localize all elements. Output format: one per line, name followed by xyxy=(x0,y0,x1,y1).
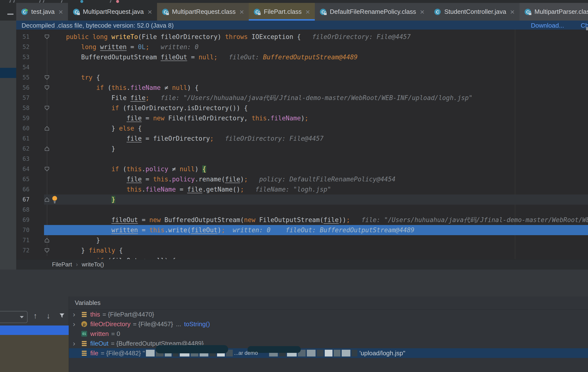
close-icon[interactable]: × xyxy=(305,8,310,16)
code-line-59[interactable]: 59 file = new File(fileOrDirectory, this… xyxy=(16,113,588,123)
code-text: if (this.fileName ≠ null) { xyxy=(51,83,199,93)
expand-chevron-icon[interactable]: › xyxy=(73,310,81,318)
close-icon[interactable]: × xyxy=(420,8,425,16)
breakpoint-dot-icon xyxy=(116,0,119,3)
tostring-link[interactable]: toString() xyxy=(184,320,210,328)
close-icon[interactable]: × xyxy=(59,8,63,16)
tab-multipartrequest-java[interactable]: CMultipartRequest.java× xyxy=(68,3,157,21)
tab-defaultfilerenamepolicy-class[interactable]: CDefaultFileRenamePolicy.class× xyxy=(315,3,429,21)
code-line-61[interactable]: 61 file = fileOrDirectory; fileOrDirecto… xyxy=(16,133,588,144)
code-line-51[interactable]: 51 public long writeTo(File fileOrDirect… xyxy=(16,32,588,42)
code-text: if (fileOut ≠ null) { xyxy=(51,255,176,259)
fold-start-icon[interactable] xyxy=(44,166,50,172)
code-text: written = this.write(fileOut); written: … xyxy=(51,225,414,235)
variable-name: fileOrDirectory xyxy=(90,320,130,328)
java-class-locked-icon: C xyxy=(320,8,327,15)
close-icon[interactable]: × xyxy=(240,8,244,16)
filter-funnel-icon[interactable] xyxy=(59,312,65,319)
toolbar-tick-icon xyxy=(42,0,44,3)
code-text: if (this.policy ≠ null) { xyxy=(51,164,206,174)
tab-studentcontroller-java[interactable]: CStudentController.java× xyxy=(429,3,520,21)
line-number: 62 xyxy=(16,144,30,154)
ellipsis: ... xyxy=(176,320,181,328)
tab-multipartparser-class[interactable]: CMultipartParser.class× xyxy=(520,3,588,21)
project-selection-marker xyxy=(0,68,16,78)
java-class-locked-icon: C xyxy=(73,8,80,15)
close-icon[interactable]: × xyxy=(510,8,515,16)
expand-chevron-icon[interactable]: › xyxy=(73,339,81,348)
expand-chevron-icon[interactable]: › xyxy=(73,320,81,328)
code-line-67[interactable]: 67 } xyxy=(16,195,588,205)
arrow-up-icon[interactable]: ↑ xyxy=(33,311,37,320)
code-line-70[interactable]: 70 written = this.write(fileOut); writte… xyxy=(16,225,588,235)
code-line-60[interactable]: 60 } else { xyxy=(16,123,588,133)
breadcrumb-method[interactable]: writeTo() xyxy=(82,261,104,268)
variable-row-this[interactable]: ›this= {FilePart@4470} xyxy=(69,309,588,319)
censor-block xyxy=(334,350,340,357)
toolbar-tick-icon xyxy=(9,0,11,3)
debug-toolbar-strip xyxy=(0,270,588,283)
decompile-banner: Decompiled .class file, bytecode version… xyxy=(16,21,588,30)
code-line-58[interactable]: 58 if (fileOrDirectory.isDirectory()) { xyxy=(16,103,588,113)
fold-end-icon[interactable] xyxy=(44,197,50,202)
code-line-62[interactable]: 62 } xyxy=(16,144,588,154)
code-line-68[interactable]: 68 xyxy=(16,205,588,215)
line-number: 53 xyxy=(16,52,30,62)
tab-test-java[interactable]: Ctest.java× xyxy=(16,3,68,21)
code-line-55[interactable]: 55 try { xyxy=(16,72,588,83)
code-line-64[interactable]: 64 if (this.policy ≠ null) { xyxy=(16,164,588,174)
fold-end-icon[interactable] xyxy=(44,237,50,243)
download-link[interactable]: Download... xyxy=(531,22,564,29)
frames-selected-row[interactable] xyxy=(0,326,69,335)
fold-end-icon[interactable] xyxy=(44,125,50,131)
scrollbar-marker xyxy=(586,27,588,30)
censor-block xyxy=(307,350,315,357)
code-text: BufferedOutputStream fileOut = null; fil… xyxy=(51,52,358,62)
close-icon[interactable]: × xyxy=(147,8,152,16)
code-line-63[interactable]: 63 xyxy=(16,154,588,164)
thread-selector-combobox[interactable] xyxy=(0,311,28,323)
code-line-65[interactable]: 65 file = this.policy.rename(file); poli… xyxy=(16,174,588,184)
fold-start-icon[interactable] xyxy=(44,248,50,253)
tab-bar: Ctest.java×CMultipartRequest.java×CMulti… xyxy=(16,3,588,21)
code-editor[interactable]: 51 public long writeTo(File fileOrDirect… xyxy=(16,30,588,259)
variable-value: = {File@4457} xyxy=(133,320,173,328)
code-line-71[interactable]: 71 } xyxy=(16,235,588,245)
variables-pane: Variables ›this= {FilePart@4470}›pfileOr… xyxy=(69,296,588,372)
breadcrumb-class[interactable]: FilePart xyxy=(52,261,72,268)
tab-multipartrequest-class[interactable]: CMultipartRequest.class× xyxy=(157,3,249,21)
variable-row-fileOrDirectory[interactable]: ›pfileOrDirectory= {File@4457}...toStrin… xyxy=(69,319,588,329)
code-line-54[interactable]: 54 xyxy=(16,62,588,72)
variable-name: written xyxy=(90,330,109,338)
code-line-53[interactable]: 53 BufferedOutputStream fileOut = null; … xyxy=(16,52,588,62)
frames-pane: ↑ ↓ xyxy=(0,296,69,372)
minimize-dash-icon xyxy=(7,13,13,15)
variable-name: file xyxy=(90,350,98,357)
code-line-72[interactable]: 72 } finally { xyxy=(16,245,588,255)
code-text: public long writeTo(File fileOrDirectory… xyxy=(51,32,411,42)
tab-filepart-class[interactable]: CFilePart.class× xyxy=(249,3,315,21)
line-number: 64 xyxy=(16,164,30,174)
variable-value: = {FilePart@4470} xyxy=(102,311,154,318)
line-number: 72 xyxy=(16,245,30,255)
java-class-locked-icon: C xyxy=(524,8,532,15)
fold-start-icon[interactable] xyxy=(44,75,50,80)
arrow-down-icon[interactable]: ↓ xyxy=(46,311,50,320)
code-text: } xyxy=(51,144,115,154)
fold-start-icon[interactable] xyxy=(44,34,50,40)
variable-type-icon: p xyxy=(81,321,87,327)
code-line-69[interactable]: 69 fileOut = new BufferedOutputStream(ne… xyxy=(16,215,588,225)
code-line-57[interactable]: 57 File file; file: "/Users/huhuahua/jav… xyxy=(16,93,588,103)
code-line-66[interactable]: 66 this.fileName = file.getName(); fileN… xyxy=(16,184,588,195)
fold-start-icon[interactable] xyxy=(44,105,50,111)
code-line-56[interactable]: 56 if (this.fileName ≠ null) { xyxy=(16,83,588,93)
variable-row-file[interactable]: file= {File@4482} "...ar demo'upload/log… xyxy=(69,348,588,358)
variable-row-written[interactable]: 01written= 0 xyxy=(69,329,588,339)
code-line-52[interactable]: 52 long written = 0L; written: 0 xyxy=(16,42,588,52)
fold-start-icon[interactable] xyxy=(44,85,50,91)
variable-row-fileOut[interactable]: ›fileOut= {BufferedOutputStream@4489} xyxy=(69,339,588,348)
code-text: } xyxy=(51,235,100,245)
fold-end-icon[interactable] xyxy=(44,146,50,152)
intention-bulb-icon[interactable] xyxy=(52,196,58,203)
code-line-73[interactable]: if (fileOut ≠ null) { xyxy=(16,255,588,259)
